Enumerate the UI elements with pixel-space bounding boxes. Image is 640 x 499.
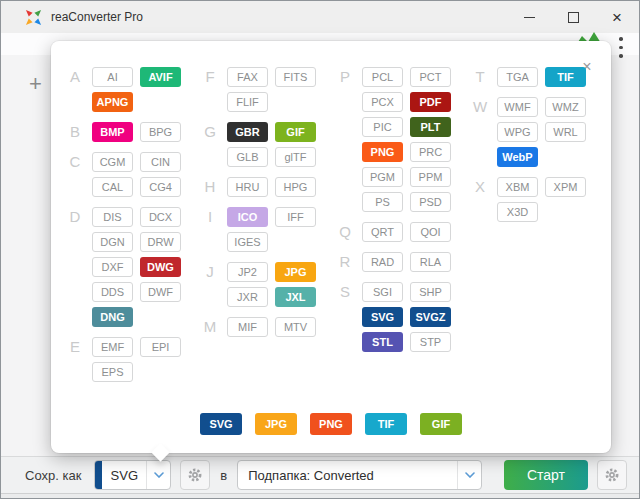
format-button-ps[interactable]: PS [362, 192, 403, 212]
app-settings-button[interactable] [597, 460, 627, 490]
group-buttons: QRTQOI [362, 222, 451, 242]
format-button-mtv[interactable]: MTV [275, 317, 316, 337]
group-buttons: WMFWMZWPGWRLWebP [497, 97, 586, 167]
format-button-eps[interactable]: EPS [92, 362, 133, 382]
format-button-xpm[interactable]: XPM [545, 177, 586, 197]
quick-button-jpg[interactable]: JPG [255, 413, 297, 435]
format-button-svg[interactable]: SVG [362, 307, 403, 327]
format-button-dwg[interactable]: DWG [140, 257, 181, 277]
format-button-bpg[interactable]: BPG [140, 122, 181, 142]
format-button-png[interactable]: PNG [362, 142, 403, 162]
format-button-tif[interactable]: TIF [545, 67, 586, 87]
maximize-button[interactable] [551, 1, 595, 33]
format-button-stl[interactable]: STL [362, 332, 403, 352]
format-button-rla[interactable]: RLA [410, 252, 451, 272]
quick-button-svg[interactable]: SVG [200, 413, 242, 435]
format-button-avif[interactable]: AVIF [140, 67, 181, 87]
output-format-select[interactable]: SVG [94, 460, 171, 490]
format-button-fax[interactable]: FAX [227, 67, 268, 87]
format-button-pcx[interactable]: PCX [362, 92, 403, 112]
chevron-down-icon [465, 472, 475, 478]
format-button-dcx[interactable]: DCX [140, 207, 181, 227]
titlebar: reaConverter Pro × [1, 1, 639, 33]
format-button-gltf[interactable]: glTF [275, 147, 316, 167]
quick-button-tif[interactable]: TIF [365, 413, 407, 435]
start-button[interactable]: Старт [504, 460, 588, 490]
format-button-mif[interactable]: MIF [227, 317, 268, 337]
format-button-fits[interactable]: FITS [275, 67, 316, 87]
format-group-c: CCGMCINCALCG4 [65, 152, 200, 197]
format-button-ai[interactable]: AI [92, 67, 133, 87]
format-button-gbr[interactable]: GBR [227, 122, 268, 142]
format-button-tga[interactable]: TGA [497, 67, 538, 87]
format-button-hru[interactable]: HRU [227, 177, 268, 197]
format-button-webp[interactable]: WebP [497, 147, 538, 167]
format-button-bmp[interactable]: BMP [92, 122, 133, 142]
format-button-glb[interactable]: GLB [227, 147, 268, 167]
format-button-cg4[interactable]: CG4 [140, 177, 181, 197]
format-button-ico[interactable]: ICO [227, 207, 268, 227]
format-button-sgi[interactable]: SGI [362, 282, 403, 302]
format-button-pic[interactable]: PIC [362, 117, 403, 137]
format-button-cin[interactable]: CIN [140, 152, 181, 172]
format-group-i: IICOIFFIGES [200, 207, 335, 252]
format-button-drw[interactable]: DRW [140, 232, 181, 252]
gear-icon [187, 467, 203, 483]
format-button-qrt[interactable]: QRT [362, 222, 403, 242]
add-files-icon[interactable]: + [29, 71, 42, 97]
format-button-iff[interactable]: IFF [275, 207, 316, 227]
format-button-jpg[interactable]: JPG [275, 262, 316, 282]
format-button-apng[interactable]: APNG [92, 92, 133, 112]
format-button-xbm[interactable]: XBM [497, 177, 538, 197]
destination-select[interactable]: Подпапка: Converted [237, 460, 482, 490]
format-button-dng[interactable]: DNG [92, 307, 133, 327]
format-button-dwf[interactable]: DWF [140, 282, 181, 302]
format-button-dgn[interactable]: DGN [92, 232, 133, 252]
group-buttons: JP2JPGJXRJXL [227, 262, 316, 307]
format-group-b: BBMPBPG [65, 122, 200, 142]
format-button-prc[interactable]: PRC [410, 142, 451, 162]
format-button-pct[interactable]: PCT [410, 67, 451, 87]
quick-button-gif[interactable]: GIF [420, 413, 462, 435]
format-button-flif[interactable]: FLIF [227, 92, 268, 112]
format-button-dxf[interactable]: DXF [92, 257, 133, 277]
format-button-jp2[interactable]: JP2 [227, 262, 268, 282]
format-button-jxl[interactable]: JXL [275, 287, 316, 307]
format-button-dds[interactable]: DDS [92, 282, 133, 302]
format-button-hpg[interactable]: HPG [275, 177, 316, 197]
destination-select-chevron[interactable] [457, 461, 481, 489]
format-button-wpg[interactable]: WPG [497, 122, 538, 142]
format-button-svgz[interactable]: SVGZ [410, 307, 451, 327]
format-button-jxr[interactable]: JXR [227, 287, 268, 307]
format-button-rad[interactable]: RAD [362, 252, 403, 272]
minimize-button[interactable] [507, 1, 551, 33]
group-buttons: GBRGIFGLBglTF [227, 122, 316, 167]
format-button-cgm[interactable]: CGM [92, 152, 133, 172]
format-button-qoi[interactable]: QOI [410, 222, 451, 242]
format-button-dis[interactable]: DIS [92, 207, 133, 227]
format-select-chevron[interactable] [146, 461, 170, 489]
format-settings-button[interactable] [180, 460, 210, 490]
format-button-pgm[interactable]: PGM [362, 167, 403, 187]
format-button-psd[interactable]: PSD [410, 192, 451, 212]
format-button-pdf[interactable]: PDF [410, 92, 451, 112]
format-button-shp[interactable]: SHP [410, 282, 451, 302]
format-button-stp[interactable]: STP [410, 332, 451, 352]
format-button-x3d[interactable]: X3D [497, 202, 538, 222]
format-button-wrl[interactable]: WRL [545, 122, 586, 142]
format-button-cal[interactable]: CAL [92, 177, 133, 197]
quick-button-png[interactable]: PNG [310, 413, 352, 435]
format-button-ppm[interactable]: PPM [410, 167, 451, 187]
format-button-iges[interactable]: IGES [227, 232, 268, 252]
format-button-plt[interactable]: PLT [410, 117, 451, 137]
format-button-wmf[interactable]: WMF [497, 97, 538, 117]
format-button-wmz[interactable]: WMZ [545, 97, 586, 117]
format-group-r: RRADRLA [335, 252, 470, 272]
format-button-emf[interactable]: EMF [92, 337, 133, 357]
format-group-q: QQRTQOI [335, 222, 470, 242]
format-button-gif[interactable]: GIF [275, 122, 316, 142]
close-window-button[interactable]: × [595, 1, 639, 33]
more-options-menu-icon[interactable] [619, 37, 623, 58]
format-button-pcl[interactable]: PCL [362, 67, 403, 87]
format-button-epi[interactable]: EPI [140, 337, 181, 357]
